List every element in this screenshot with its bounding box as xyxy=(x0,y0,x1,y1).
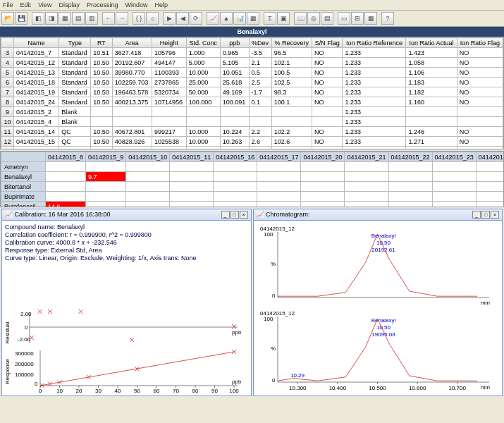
menu-bar: File Edit View Display Processing Window… xyxy=(0,0,504,11)
menu-view[interactable]: View xyxy=(38,1,51,8)
table-row[interactable]: Ametryn xyxy=(1,162,505,172)
col-header[interactable]: 04142015_11 xyxy=(170,152,214,162)
col-header[interactable]: %Dev xyxy=(249,38,271,48)
col-header[interactable]: RT xyxy=(91,38,113,48)
compound-grid[interactable]: 04142015_804142015_904142015_1004142015_… xyxy=(0,151,504,207)
col-header[interactable]: 04142015_8 xyxy=(46,152,86,162)
table-row[interactable]: 304142015_7Standard10.513627.4181057961.… xyxy=(1,48,503,58)
svg-text:%: % xyxy=(271,261,276,267)
col-header[interactable]: Std. Conc xyxy=(186,38,220,48)
close-icon[interactable]: × xyxy=(491,211,499,219)
col-header[interactable]: Name xyxy=(14,38,59,48)
btn-icon[interactable]: ▦ xyxy=(247,12,259,25)
btn-icon[interactable]: ⊞ xyxy=(351,12,364,25)
minimize-icon[interactable]: _ xyxy=(472,211,481,219)
btn-icon[interactable]: 📈 xyxy=(207,12,219,25)
maximize-icon[interactable]: □ xyxy=(231,211,239,219)
col-header[interactable]: 04142015_21 xyxy=(345,152,388,162)
table-row[interactable]: Bitertanol xyxy=(1,182,505,192)
table-row[interactable]: 1104142015_14QC10.5040672.80199921710.00… xyxy=(1,127,503,137)
calib-info: Compound name: Benalaxyl Correlation coe… xyxy=(5,223,248,262)
table-row[interactable]: 504142015_13Standard10.5039980.770110039… xyxy=(1,68,503,78)
col-header[interactable]: 04142015_17 xyxy=(257,152,301,162)
btn-icon[interactable]: ◀ xyxy=(176,12,189,25)
menu-file[interactable]: File xyxy=(3,1,13,8)
btn-icon[interactable]: ▲ xyxy=(220,12,233,25)
btn-icon[interactable]: ▣ xyxy=(277,12,290,25)
svg-text:0: 0 xyxy=(35,381,38,387)
btn-icon[interactable]: ◎ xyxy=(307,12,320,25)
calibration-title: 📈 Calibration: 16 Mar 2016 16:38:00 xyxy=(5,211,111,219)
col-header[interactable]: 04142015_16 xyxy=(214,152,257,162)
col-header[interactable]: % Recovery xyxy=(271,38,312,48)
btn-icon[interactable]: 📊 xyxy=(233,12,246,25)
col-header[interactable]: 04142015_22 xyxy=(388,152,432,162)
minimize-icon[interactable]: _ xyxy=(221,211,230,219)
col-header[interactable]: Height xyxy=(152,38,187,48)
col-header[interactable]: ppb xyxy=(220,38,249,48)
table-row[interactable]: Benalaxyl9.7 xyxy=(1,172,505,182)
save-icon[interactable]: 💾 xyxy=(15,12,27,25)
svg-text:90: 90 xyxy=(211,388,218,393)
btn-icon[interactable]: ▤ xyxy=(321,12,333,25)
table-row[interactable]: 704142015_19Standard10.50196463.57853207… xyxy=(1,87,503,97)
table-row[interactable]: 904142015_2Blank1.233 xyxy=(1,107,503,117)
btn-icon[interactable]: ▥ xyxy=(85,12,98,25)
col-header[interactable]: Area xyxy=(112,38,152,48)
table-row[interactable]: Butafenacil14.6 xyxy=(1,202,505,208)
maximize-icon[interactable]: □ xyxy=(481,211,490,219)
col-header[interactable]: 04142015_20 xyxy=(301,152,345,162)
col-header[interactable]: Ion Ratio Reference xyxy=(343,38,406,48)
btn-icon[interactable]: Σ xyxy=(264,12,276,25)
table-row[interactable]: Bupirimate xyxy=(1,192,505,202)
svg-text:Benalaxyl: Benalaxyl xyxy=(371,317,395,324)
table-row[interactable]: 604142015_18Standard10.50102259.70327378… xyxy=(1,78,503,87)
col-header[interactable]: Type xyxy=(59,38,91,48)
col-header[interactable]: 04142015_10 xyxy=(126,152,170,162)
results-grid[interactable]: NameTypeRTAreaHeightStd. Concppb%Dev% Re… xyxy=(0,37,504,149)
btn-icon[interactable]: ▦ xyxy=(59,12,71,25)
col-header[interactable]: 04142015_9 xyxy=(86,152,126,162)
table-row[interactable]: 1204142015_15QC10.5040828.926102553810.0… xyxy=(1,137,503,147)
btn-icon[interactable]: ← xyxy=(102,12,115,25)
table-row[interactable]: 804142015_24Standard10.50400213.37510714… xyxy=(1,97,503,107)
col-header[interactable]: 04142015_24 xyxy=(476,152,504,162)
table-row[interactable]: 404142015_12Standard10.5020192.607494147… xyxy=(1,58,503,68)
svg-text:80: 80 xyxy=(192,388,199,393)
close-icon[interactable]: × xyxy=(240,211,248,219)
menu-window[interactable]: Window xyxy=(125,1,147,8)
btn-icon[interactable]: ◨ xyxy=(45,12,58,25)
svg-text:20: 20 xyxy=(76,388,82,393)
btn-icon[interactable]: ◧ xyxy=(32,12,44,25)
col-header[interactable]: Ion Ratio Flag xyxy=(457,38,503,48)
svg-text:70: 70 xyxy=(173,388,179,393)
col-header[interactable]: 04142015_23 xyxy=(432,152,476,162)
btn-icon[interactable]: ▶ xyxy=(163,12,176,25)
table-row[interactable]: 1004142015_4Blank1.233 xyxy=(1,117,503,127)
btn-icon[interactable]: { } xyxy=(133,12,145,25)
btn-icon[interactable]: ▦ xyxy=(364,12,377,25)
menu-processing[interactable]: Processing xyxy=(87,1,118,8)
chromatogram-panel: 📈 Chromatogram: _□× 04142015_12 100 % 0 … xyxy=(253,209,503,396)
open-icon[interactable]: 📂 xyxy=(1,12,14,25)
menu-help[interactable]: Help xyxy=(154,1,168,8)
menu-edit[interactable]: Edit xyxy=(20,1,32,8)
btn-icon[interactable]: ⎐ xyxy=(146,12,159,25)
btn-icon[interactable]: ▭ xyxy=(338,12,350,25)
col-header[interactable]: Ion Ratio Actual xyxy=(406,38,457,48)
svg-text:10.600: 10.600 xyxy=(408,385,426,391)
svg-text:40: 40 xyxy=(115,388,121,393)
btn-icon[interactable]: 📖 xyxy=(294,12,307,25)
btn-icon[interactable]: ▤ xyxy=(72,12,85,25)
svg-text:0: 0 xyxy=(39,388,42,393)
help-icon[interactable]: ? xyxy=(381,12,394,25)
svg-text:200000: 200000 xyxy=(15,361,34,367)
menu-display[interactable]: Display xyxy=(59,1,80,8)
svg-text:-2.00: -2.00 xyxy=(18,336,31,343)
col-header[interactable]: S/N Flag xyxy=(312,38,343,48)
btn-icon[interactable]: ⟳ xyxy=(190,12,202,25)
table-row[interactable]: 1304142015_3Blank1.233 xyxy=(1,147,503,150)
svg-text:ppb: ppb xyxy=(232,329,242,336)
btn-icon[interactable]: → xyxy=(116,12,128,25)
toolbar: 📂 💾 ◧ ◨ ▦ ▤ ▥ ← → { } ⎐ ▶ ◀ ⟳ 📈 ▲ 📊 ▦ Σ … xyxy=(0,11,504,27)
